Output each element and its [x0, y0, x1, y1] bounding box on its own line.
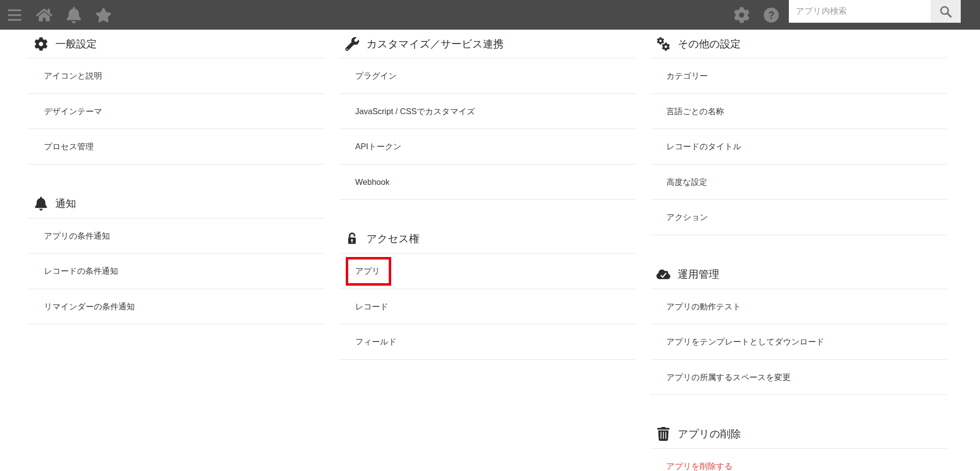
settings-item-label: フィールド	[355, 337, 397, 346]
settings-item[interactable]: Webhook	[339, 165, 636, 200]
topbar-left-icons	[0, 7, 112, 23]
settings-item-label: プロセス管理	[44, 142, 94, 151]
home-icon[interactable]	[36, 7, 52, 23]
app-settings-grid: 一般設定アイコンと説明デザインテーマプロセス管理通知アプリの条件通知レコードの条…	[0, 30, 980, 471]
section-header-permissions: アクセス権	[339, 224, 636, 254]
settings-item[interactable]: APIトークン	[339, 129, 636, 165]
settings-item[interactable]: アクション	[651, 200, 947, 235]
settings-item-label: デザインテーマ	[44, 107, 102, 116]
settings-item[interactable]: プラグイン	[339, 58, 636, 94]
trash-icon	[656, 427, 670, 441]
settings-item[interactable]: 言語ごとの名称	[651, 94, 947, 129]
search-input[interactable]	[789, 0, 931, 23]
settings-item[interactable]: リマインダーの条件通知	[28, 289, 325, 325]
section-header-operations-management: 運用管理	[651, 260, 947, 289]
section-title: その他の設定	[678, 37, 740, 51]
settings-item-label: アプリ	[355, 266, 380, 275]
magnifier-icon	[939, 5, 952, 18]
settings-item-label: レコードの条件通知	[44, 266, 118, 275]
settings-item-label: カテゴリー	[666, 71, 708, 80]
star-icon[interactable]	[95, 7, 112, 23]
lock-open-icon	[345, 232, 359, 246]
section-header-customize-integration: カスタマイズ／サービス連携	[339, 30, 636, 58]
settings-item-label: Webhook	[355, 177, 389, 186]
section-header-notifications: 通知	[28, 189, 325, 218]
section-title: アプリの削除	[678, 427, 741, 441]
settings-item-label: APIトークン	[355, 142, 402, 151]
settings-item-label: JavaScript / CSSでカスタマイズ	[355, 107, 475, 116]
settings-item[interactable]: アプリ	[339, 254, 636, 289]
gear-icon[interactable]	[734, 7, 750, 23]
cloud-check-icon	[656, 267, 670, 281]
bell-icon[interactable]	[66, 7, 82, 23]
settings-item-label: アプリを削除する	[666, 462, 733, 471]
topbar-right-icons: ?	[734, 7, 779, 23]
settings-item-label: アプリの条件通知	[44, 231, 110, 240]
section-title: 運用管理	[678, 267, 719, 281]
wrench-icon	[345, 37, 359, 51]
settings-item[interactable]: プロセス管理	[28, 129, 325, 165]
settings-item[interactable]: アイコンと説明	[28, 58, 325, 94]
top-navigation-bar: ?	[0, 0, 980, 30]
help-icon[interactable]: ?	[763, 7, 779, 23]
settings-item-label: アプリの動作テスト	[666, 302, 741, 311]
settings-item[interactable]: 高度な設定	[651, 165, 947, 200]
settings-item-label: 高度な設定	[666, 177, 707, 186]
settings-item-label: アイコンと説明	[44, 71, 102, 80]
delete-app-link[interactable]: アプリを削除する	[651, 449, 947, 471]
settings-column-1: 一般設定アイコンと説明デザインテーマプロセス管理通知アプリの条件通知レコードの条…	[28, 30, 325, 471]
section-header-general-settings: 一般設定	[28, 30, 325, 58]
settings-item-label: アプリをテンプレートとしてダウンロード	[666, 337, 824, 346]
settings-item-label: プラグイン	[355, 71, 397, 80]
settings-item[interactable]: フィールド	[339, 324, 636, 360]
settings-item-label: レコード	[355, 302, 388, 311]
settings-item[interactable]: レコードの条件通知	[28, 254, 325, 289]
settings-item[interactable]: カテゴリー	[651, 58, 947, 94]
settings-item[interactable]: アプリの所属するスペースを変更	[651, 360, 947, 395]
settings-item-label: アクション	[666, 213, 708, 221]
section-header-app-deletion: アプリの削除	[651, 420, 947, 449]
section-title: 一般設定	[55, 37, 97, 51]
svg-text:?: ?	[768, 9, 775, 21]
section-title: カスタマイズ／サービス連携	[367, 37, 503, 51]
settings-item[interactable]: レコードのタイトル	[651, 129, 947, 165]
settings-item[interactable]: アプリの動作テスト	[651, 289, 947, 325]
gears-icon	[656, 37, 670, 51]
settings-column-2: カスタマイズ／サービス連携プラグインJavaScript / CSSでカスタマイ…	[339, 30, 636, 471]
search-button[interactable]	[931, 0, 961, 23]
in-app-search	[789, 0, 961, 23]
settings-item[interactable]: アプリをテンプレートとしてダウンロード	[651, 324, 947, 360]
menu-icon[interactable]	[6, 7, 23, 23]
gear-icon	[34, 37, 48, 51]
settings-item[interactable]: JavaScript / CSSでカスタマイズ	[339, 94, 636, 129]
settings-item[interactable]: レコード	[339, 289, 636, 325]
settings-item-label: リマインダーの条件通知	[44, 302, 135, 311]
settings-column-3: その他の設定カテゴリー言語ごとの名称レコードのタイトル高度な設定アクション運用管…	[651, 30, 947, 471]
settings-item[interactable]: デザインテーマ	[28, 94, 325, 129]
section-title: 通知	[55, 197, 76, 211]
settings-item-label: 言語ごとの名称	[666, 107, 724, 116]
settings-item-label: アプリの所属するスペースを変更	[666, 373, 790, 382]
bell-icon	[34, 197, 48, 211]
settings-item[interactable]: アプリの条件通知	[28, 218, 325, 254]
section-title: アクセス権	[367, 232, 419, 246]
settings-item-label: レコードのタイトル	[666, 142, 741, 151]
section-header-other-settings: その他の設定	[651, 30, 947, 58]
